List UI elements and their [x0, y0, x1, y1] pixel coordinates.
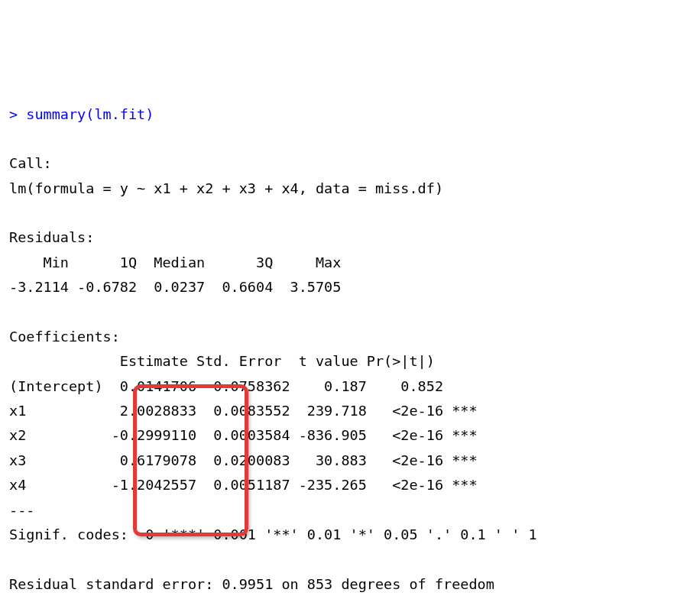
- coefficients-row: (Intercept) 0.0141706 0.0758362 0.187 0.…: [9, 378, 478, 394]
- signif-codes: Signif. codes: 0 '***' 0.001 '**' 0.01 '…: [9, 526, 537, 542]
- r-prompt: >: [9, 106, 26, 122]
- rse-line: Residual standard error: 0.9951 on 853 d…: [9, 576, 494, 592]
- call-header: Call:: [9, 155, 52, 171]
- r-output: Call: lm(formula = y ~ x1 + x2 + x3 + x4…: [9, 127, 691, 599]
- residuals-header: Residuals:: [9, 229, 94, 245]
- residuals-values: -3.2114 -0.6782 0.0237 0.6604 3.5705: [9, 279, 350, 295]
- coefficients-row: x4 -1.2042557 0.0051187 -235.265 <2e-16 …: [9, 477, 478, 493]
- coefficients-row: x2 -0.2999110 0.0003584 -836.905 <2e-16 …: [9, 427, 478, 443]
- r-command: summary(lm.fit): [26, 106, 154, 122]
- residuals-cols: Min 1Q Median 3Q Max: [9, 254, 350, 270]
- coefficients-row: x3 0.6179078 0.0200083 30.883 <2e-16 ***: [9, 452, 478, 468]
- coefficients-columns: Estimate Std. Error t value Pr(>|t|): [9, 353, 468, 369]
- coefficients-row: x1 2.0028833 0.0083552 239.718 <2e-16 **…: [9, 403, 478, 419]
- call-line: lm(formula = y ~ x1 + x2 + x3 + x4, data…: [9, 180, 443, 196]
- rule-line: ---: [9, 502, 34, 518]
- coefficients-header: Coefficients:: [9, 329, 120, 345]
